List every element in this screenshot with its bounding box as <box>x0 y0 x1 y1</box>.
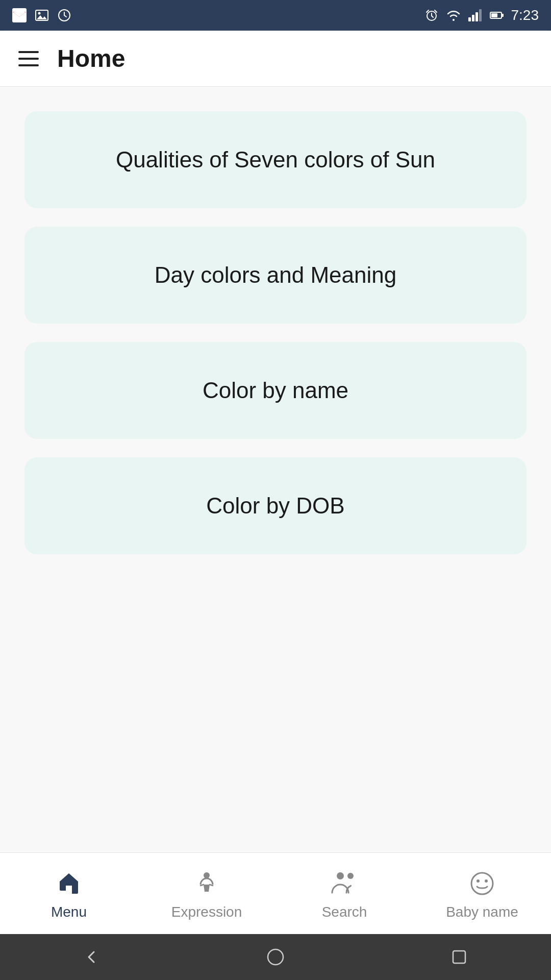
svg-rect-8 <box>479 9 482 21</box>
svg-point-17 <box>485 879 488 883</box>
svg-rect-6 <box>472 15 474 21</box>
hamburger-menu-button[interactable] <box>18 51 39 66</box>
status-bar-left-icons <box>12 8 71 22</box>
clock-icon <box>57 8 71 22</box>
svg-rect-10 <box>502 14 504 17</box>
svg-point-16 <box>477 879 480 883</box>
menu-card-color-dob-label: Color by DOB <box>206 493 344 519</box>
svg-rect-5 <box>468 17 471 21</box>
system-nav-bar <box>0 934 551 980</box>
alarm-icon <box>424 8 439 22</box>
nav-item-search[interactable]: Search <box>276 867 413 920</box>
wifi-icon <box>446 10 461 21</box>
people-icon <box>328 867 361 900</box>
app-bar: Home <box>0 31 551 87</box>
menu-card-color-name[interactable]: Color by name <box>24 342 527 439</box>
recents-button[interactable] <box>444 942 474 972</box>
nav-item-expression[interactable]: Expression <box>138 867 276 920</box>
svg-point-18 <box>268 949 283 965</box>
menu-card-qualities[interactable]: Qualities of Seven colors of Sun <box>24 111 527 208</box>
svg-point-13 <box>337 872 344 879</box>
svg-rect-11 <box>491 13 497 17</box>
menu-card-color-dob[interactable]: Color by DOB <box>24 457 527 554</box>
home-button[interactable] <box>260 942 291 972</box>
status-bar-right-icons: 7:23 <box>424 7 539 23</box>
back-button[interactable] <box>77 942 107 972</box>
svg-rect-19 <box>453 951 465 963</box>
svg-point-12 <box>204 872 210 878</box>
svg-point-2 <box>38 12 41 15</box>
battery-icon <box>490 11 504 20</box>
page-title: Home <box>57 44 125 72</box>
svg-point-15 <box>471 873 493 894</box>
nav-expression-label: Expression <box>171 904 242 920</box>
menu-card-day-colors-label: Day colors and Meaning <box>155 262 396 288</box>
svg-rect-7 <box>475 12 478 21</box>
main-content: Qualities of Seven colors of Sun Day col… <box>0 87 551 852</box>
bottom-nav: Menu Expression Search <box>0 852 551 934</box>
menu-card-qualities-label: Qualities of Seven colors of Sun <box>116 147 435 173</box>
nav-search-label: Search <box>322 904 367 920</box>
menu-card-color-name-label: Color by name <box>203 378 348 403</box>
nav-menu-label: Menu <box>51 904 87 920</box>
nav-item-menu[interactable]: Menu <box>0 867 138 920</box>
svg-point-14 <box>347 873 354 879</box>
gmail-icon <box>12 8 27 22</box>
nav-item-baby-name[interactable]: Baby name <box>413 867 551 920</box>
home-icon <box>53 867 85 900</box>
image-icon <box>35 8 49 22</box>
menu-card-day-colors[interactable]: Day colors and Meaning <box>24 227 527 324</box>
status-bar: 7:23 <box>0 0 551 31</box>
signal-icon <box>468 9 483 21</box>
nav-baby-name-label: Baby name <box>446 904 518 920</box>
person-seated-icon <box>190 867 223 900</box>
status-time: 7:23 <box>511 7 539 23</box>
smiley-icon <box>466 867 498 900</box>
